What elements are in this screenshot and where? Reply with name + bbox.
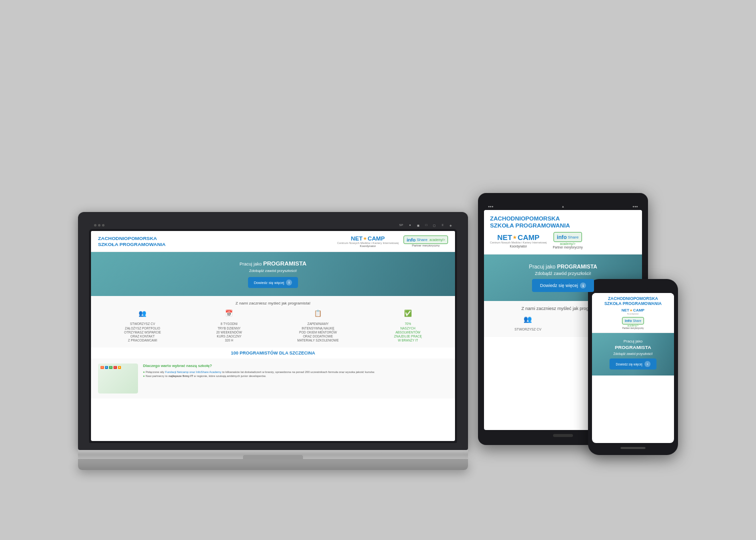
- features-title: Z nami zaczniesz myśleć jak programista!: [98, 301, 448, 306]
- why-section: H N G C A Dlaczego warto wybrać naszą sz…: [91, 358, 455, 398]
- phone-device: ZACHODNIOPOMORSKA SZKOŁA PROGRAMOWANIA N…: [588, 279, 678, 455]
- infoshare-logo: info Share academy/> Partner merytoryczn…: [404, 236, 448, 247]
- laptop-screen: ZACHODNIOPOMORSKA SZKOŁA PROGRAMOWANIA N…: [91, 231, 455, 441]
- site-header: ZACHODNIOPOMORSKA SZKOŁA PROGRAMOWANIA N…: [91, 231, 455, 252]
- hero-description: Zdobądź zawód przyszłości!: [99, 268, 447, 273]
- logo-area: NET ★ CAMP Centrum Nowych Mediów i Karie…: [337, 235, 448, 248]
- why-content: Dlaczego warto wybrać naszą szkołę? ● Po…: [143, 364, 375, 394]
- phone-screen: ZACHODNIOPOMORSKA SZKOŁA PROGRAMOWANIA N…: [592, 293, 674, 443]
- why-map: H N G C A: [98, 364, 138, 394]
- hero-banner: Pracuj jako PROGRAMISTA Zdobądź zawód pr…: [91, 252, 455, 296]
- why-title: Dlaczego warto wybrać naszą szkołę?: [143, 364, 375, 368]
- feature-text-1: STWORZYSZ CVZAŁOŻYSZ PORTFOLIOOTRZYMASZ …: [124, 322, 161, 342]
- scene: SP ● ◼ □ ◻ ≡ ◈ ZACHODNIOPOMORSKA SZKOŁA …: [78, 55, 678, 485]
- feature-icon-1: 👥: [138, 310, 148, 320]
- laptop-base: [78, 450, 468, 459]
- phone-hero-btn[interactable]: Dowiedz się więcej ℹ: [610, 358, 656, 370]
- laptop-device: SP ● ◼ □ ◻ ≡ ◈ ZACHODNIOPOMORSKA SZKOŁA …: [78, 212, 468, 470]
- netcamp-logo: NET ★ CAMP Centrum Nowych Mediów i Karie…: [337, 235, 398, 248]
- laptop-foot: [78, 459, 468, 470]
- tablet-hero-btn[interactable]: Dowiedz się więcej ℹ: [532, 279, 594, 292]
- hero-cta-button[interactable]: Dowiedz się więcej ℹ: [248, 277, 298, 288]
- feature-item-4: ✅ 70%NASZYCHABSOLWENTÓWZNAJDUJE PRACĘW B…: [394, 310, 422, 342]
- site-title: ZACHODNIOPOMORSKA SZKOŁA PROGRAMOWANIA: [98, 236, 166, 248]
- feature-item-2: 📅 8 TYGODNITRYB DZIENNY20 WEEKENDÓWKURS …: [216, 310, 242, 342]
- why-text-1: ● Połączone siły Fundacji Netcamp oraz I…: [143, 370, 375, 374]
- feature-item-1: 👥 STWORZYSZ CVZAŁOŻYSZ PORTFOLIOOTRZYMAS…: [124, 310, 161, 342]
- feature-text-2: 8 TYGODNITRYB DZIENNY20 WEEKENDÓWKURS ZA…: [216, 322, 242, 342]
- feature-icon-2: 📅: [224, 310, 234, 320]
- hero-subtitle: Pracuj jako PROGRAMISTA: [99, 260, 447, 266]
- feature-icon-3: 📋: [313, 310, 323, 320]
- feature-item-3: 📋 ZAPEWNIAMYINTENSYWNĄ NAUKĘPOD OKIEM ME…: [297, 310, 338, 342]
- phone-home-button: [620, 447, 646, 449]
- why-text-2: ● Nasi partnerzy to najlepsze firmy IT w…: [143, 374, 375, 378]
- cta-title: 100 PROGRAMISTÓW DLA SZCZECINA: [94, 350, 452, 356]
- features-grid: 👥 STWORZYSZ CVZAŁOŻYSZ PORTFOLIOOTRZYMAS…: [98, 310, 448, 342]
- feature-icon-4: ✅: [403, 310, 413, 320]
- tablet-home-button: [553, 434, 573, 437]
- feature-text-4: 70%NASZYCHABSOLWENTÓWZNAJDUJE PRACĘW BRA…: [394, 322, 422, 342]
- cta-section: 100 PROGRAMISTÓW DLA SZCZECINA: [91, 348, 455, 358]
- feature-text-3: ZAPEWNIAMYINTENSYWNĄ NAUKĘPOD OKIEM MENT…: [297, 322, 338, 342]
- features-section: Z nami zaczniesz myśleć jak programista!…: [91, 296, 455, 348]
